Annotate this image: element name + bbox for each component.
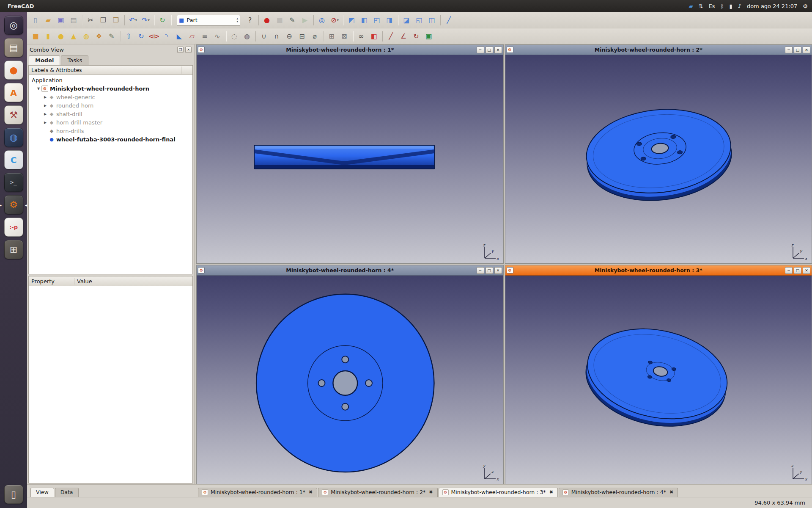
- boolean-cut-icon[interactable]: ⊖: [283, 30, 296, 42]
- toggle-measurement-icon[interactable]: ▣: [423, 30, 435, 42]
- sweep-icon[interactable]: ∿: [211, 30, 224, 42]
- separator[interactable]: [257, 14, 261, 26]
- document-tab[interactable]: ⚙ Miniskybot-wheel-rounded-horn : 4* ✖: [559, 488, 678, 497]
- 3d-viewport-axonometric-2[interactable]: z x y: [505, 276, 812, 484]
- shape-builder-icon[interactable]: ✎: [106, 30, 118, 42]
- boolean-union-icon[interactable]: ∪: [258, 30, 270, 42]
- close-button[interactable]: ✕: [494, 267, 502, 274]
- tree-item[interactable]: ▶ ◆ horn-drill-master: [29, 118, 192, 127]
- expander-icon[interactable]: ▶: [42, 104, 48, 108]
- volume-icon[interactable]: ♪: [738, 3, 741, 9]
- offset-icon[interactable]: ◌: [228, 30, 241, 42]
- property-editor[interactable]: [28, 286, 193, 483]
- open-document-icon[interactable]: ▰: [42, 14, 55, 26]
- ubuntu-one-icon[interactable]: ◍: [0, 126, 27, 149]
- maximize-button[interactable]: □: [794, 267, 801, 274]
- tree-item[interactable]: ● wheel-futaba-3003-rounded-horn-final: [29, 135, 192, 144]
- files-icon[interactable]: ▤: [0, 36, 27, 59]
- new-document-icon[interactable]: ▯: [30, 14, 42, 26]
- combo-tab[interactable]: Tasks: [61, 55, 88, 65]
- draw-style-icon[interactable]: ⊘ ▾: [329, 14, 341, 26]
- window-titlebar[interactable]: ⚙ Miniskybot-wheel-rounded-horn : 1* ─ □…: [197, 45, 503, 55]
- close-tab-icon[interactable]: ✖: [669, 489, 673, 495]
- close-button[interactable]: ✕: [803, 267, 810, 274]
- combo-spinner[interactable]: ▴ ▾: [236, 17, 238, 23]
- minimize-button[interactable]: ─: [785, 47, 793, 53]
- separator[interactable]: [351, 30, 355, 42]
- battery-icon[interactable]: ▮: [729, 3, 732, 9]
- ruled-surface-icon[interactable]: ▱: [186, 30, 198, 42]
- tree-item[interactable]: ▶ ◆ rounded-horn: [29, 101, 192, 110]
- rear-view-icon[interactable]: ◪: [401, 14, 413, 26]
- bottom-view-icon[interactable]: ◱: [413, 14, 425, 26]
- document-tab[interactable]: ⚙ Miniskybot-wheel-rounded-horn : 2* ✖: [318, 488, 437, 497]
- session-menu-icon[interactable]: ⚙: [803, 3, 808, 9]
- cone-primitive-icon[interactable]: ▲: [68, 30, 80, 42]
- combo-tab[interactable]: Model: [29, 55, 60, 65]
- system-tools-icon[interactable]: ⚒: [0, 104, 27, 126]
- whats-this-icon[interactable]: ?: [244, 14, 256, 26]
- undo-icon[interactable]: ↶ ▾: [127, 14, 139, 26]
- separator[interactable]: [80, 14, 84, 26]
- measure-angular-icon[interactable]: ∠: [398, 30, 410, 42]
- workbench-selector[interactable]: ■ Part ▴ ▾: [177, 15, 240, 26]
- box-primitive-icon[interactable]: ■: [30, 30, 42, 42]
- axonometric-view-icon[interactable]: ◩: [346, 14, 358, 26]
- combo-bottom-tab[interactable]: View: [30, 488, 54, 497]
- check-geometry-icon[interactable]: ∞: [355, 30, 368, 42]
- make-compound-icon[interactable]: ⊞: [326, 30, 338, 42]
- expander-icon[interactable]: ▼: [36, 87, 41, 91]
- indicator-icon[interactable]: ▰: [689, 3, 693, 9]
- dash-home-button[interactable]: ◎: [0, 14, 27, 36]
- expander-icon[interactable]: ▶: [42, 121, 48, 124]
- document-tab[interactable]: ⚙ Miniskybot-wheel-rounded-horn : 1* ✖: [198, 488, 317, 497]
- macro-stop-icon[interactable]: ■: [274, 14, 286, 26]
- tree-item[interactable]: ◆ horn-drills: [29, 127, 192, 135]
- save-icon[interactable]: ▣: [55, 14, 67, 26]
- fillet-icon[interactable]: ◝: [161, 30, 173, 42]
- measure-distance-icon[interactable]: ╱: [443, 14, 455, 26]
- refresh-icon[interactable]: ↻: [156, 14, 169, 26]
- section-icon[interactable]: ⊟: [296, 30, 308, 42]
- workspace-switcher-icon[interactable]: ⊞: [0, 238, 27, 261]
- combo-bottom-tab[interactable]: Data: [55, 488, 79, 497]
- macro-record-icon[interactable]: ●: [261, 14, 273, 26]
- top-view-icon[interactable]: ◰: [371, 14, 383, 26]
- tree-item[interactable]: ▶ ◆ wheel-generic: [29, 93, 192, 101]
- separator[interactable]: [254, 30, 258, 42]
- float-panel-icon[interactable]: ❐: [177, 47, 184, 53]
- minimize-button[interactable]: ─: [477, 267, 484, 274]
- close-panel-icon[interactable]: ✕: [185, 47, 192, 53]
- close-tab-icon[interactable]: ✖: [429, 489, 433, 495]
- cut-icon[interactable]: ✂: [85, 14, 97, 26]
- document-tab[interactable]: ⚙ Miniskybot-wheel-rounded-horn : 3* ✖: [439, 488, 558, 497]
- separator[interactable]: [152, 14, 156, 26]
- maximize-button[interactable]: □: [486, 47, 493, 53]
- maximize-button[interactable]: □: [794, 47, 801, 53]
- measure-refresh-icon[interactable]: ↻: [410, 30, 422, 42]
- separator[interactable]: [123, 14, 126, 26]
- separator[interactable]: [396, 14, 400, 26]
- tree-item-application[interactable]: Application: [29, 76, 192, 84]
- thickness-icon[interactable]: ◍: [241, 30, 253, 42]
- macro-edit-icon[interactable]: ✎: [286, 14, 299, 26]
- cylinder-primitive-icon[interactable]: ▮: [42, 30, 55, 42]
- chamfer-icon[interactable]: ◣: [173, 30, 186, 42]
- color-per-face-icon[interactable]: ◧: [368, 30, 380, 42]
- front-view-icon[interactable]: ◧: [358, 14, 370, 26]
- create-primitives-icon[interactable]: ❖: [93, 30, 105, 42]
- separator[interactable]: [224, 30, 228, 42]
- loft-icon[interactable]: ≡: [199, 30, 211, 42]
- expander-icon[interactable]: ▶: [42, 95, 48, 99]
- firefox-icon[interactable]: ●: [0, 59, 27, 81]
- sphere-primitive-icon[interactable]: ●: [55, 30, 67, 42]
- copy-icon[interactable]: ❐: [97, 14, 110, 26]
- minimize-button[interactable]: ─: [477, 47, 484, 53]
- separator[interactable]: [341, 14, 345, 26]
- print-icon[interactable]: ▤: [68, 14, 80, 26]
- revolve-icon[interactable]: ↻: [135, 30, 148, 42]
- software-center-icon[interactable]: A: [0, 81, 27, 104]
- redo-icon[interactable]: ↷ ▾: [140, 14, 152, 26]
- trash-icon[interactable]: ▯: [0, 483, 27, 505]
- separator[interactable]: [321, 30, 325, 42]
